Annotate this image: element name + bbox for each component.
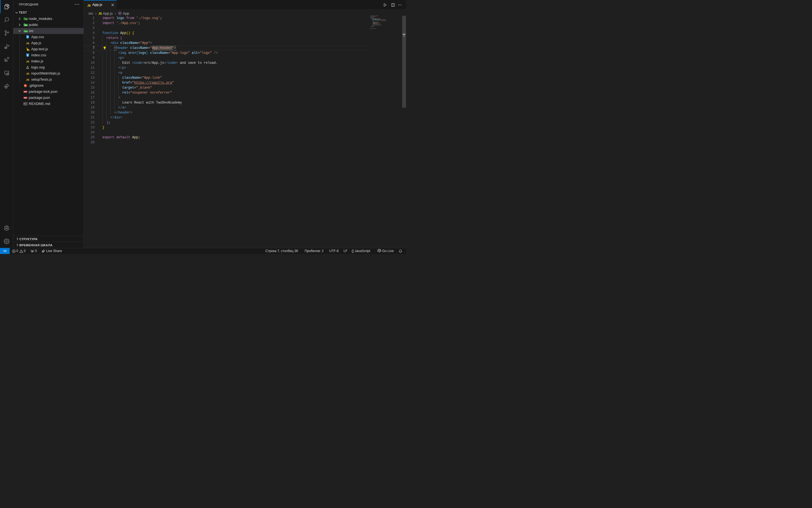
svg-text:JS: JS [26, 72, 29, 75]
svg-text:JS: JS [26, 18, 27, 20]
svg-text:JS: JS [26, 42, 29, 45]
svg-text:3: 3 [27, 54, 28, 56]
svg-text:JS: JS [28, 49, 30, 51]
svg-text:3: 3 [27, 36, 28, 38]
svg-text:npm: npm [24, 97, 27, 98]
svg-text:SVG: SVG [26, 68, 29, 69]
svg-text:npm: npm [24, 91, 27, 92]
svg-text:</>: </> [25, 31, 28, 33]
svg-text:JS: JS [26, 78, 29, 81]
svg-text:JS: JS [26, 60, 29, 63]
